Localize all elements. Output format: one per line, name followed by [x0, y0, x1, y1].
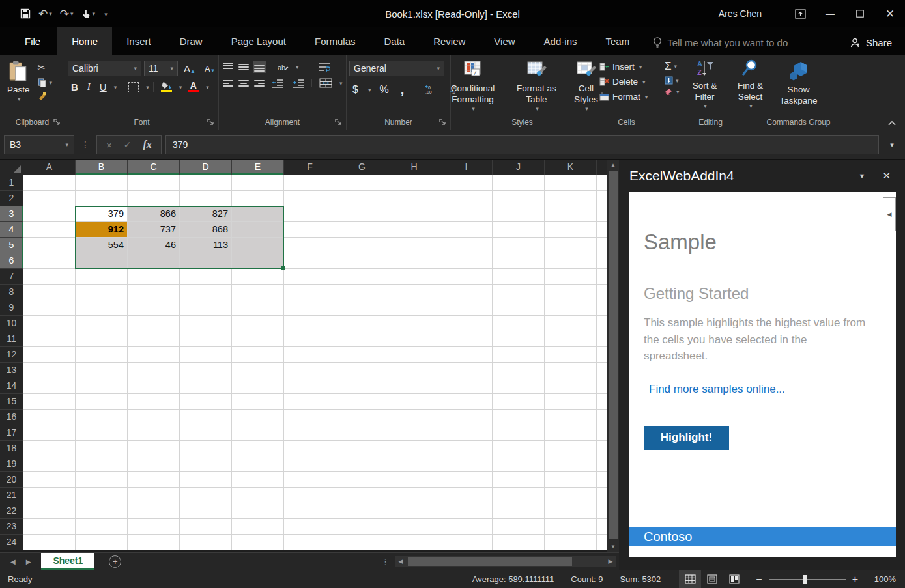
cell-E15[interactable]	[232, 394, 284, 410]
cell-E20[interactable]	[232, 472, 284, 488]
font-color-caret-icon[interactable]: ▾	[206, 84, 209, 91]
cell-C10[interactable]	[128, 316, 180, 331]
font-size-combo[interactable]: 11▾	[144, 61, 178, 76]
cell-D18[interactable]	[180, 441, 232, 456]
cell-E10[interactable]	[232, 316, 284, 331]
cell-C3[interactable]: 866	[128, 206, 180, 222]
touch-mode-caret-icon[interactable]: ▾	[93, 10, 96, 17]
cell-H16[interactable]	[388, 410, 440, 425]
column-header-E[interactable]: E	[232, 160, 284, 175]
cell-E3[interactable]	[232, 206, 284, 222]
cell-A18[interactable]	[23, 441, 76, 456]
cell-K8[interactable]	[545, 285, 597, 300]
cell-F23[interactable]	[284, 519, 336, 535]
middle-align-button[interactable]	[237, 61, 250, 73]
cell-B8[interactable]	[76, 285, 128, 300]
cell-B15[interactable]	[76, 394, 128, 410]
cell-K6[interactable]	[545, 253, 597, 269]
cell-I17[interactable]	[440, 425, 493, 441]
cell-F13[interactable]	[284, 363, 336, 378]
row-header-8[interactable]: 8	[0, 285, 23, 300]
cell-B19[interactable]	[76, 456, 128, 472]
column-header-F[interactable]: F	[284, 160, 336, 175]
zoom-slider-thumb[interactable]	[803, 575, 807, 584]
cell-B3[interactable]: 379	[76, 206, 128, 222]
cell-I13[interactable]	[440, 363, 493, 378]
column-header-G[interactable]: G	[336, 160, 388, 175]
ribbon-display-options-icon[interactable]	[785, 0, 815, 27]
cell-H3[interactable]	[388, 206, 440, 222]
cell-I11[interactable]	[440, 331, 493, 347]
scroll-up-icon[interactable]: ▲	[607, 160, 619, 171]
cell-F3[interactable]	[284, 206, 336, 222]
copy-button[interactable]: ▾	[36, 77, 55, 89]
cell-J3[interactable]	[493, 206, 545, 222]
undo-button[interactable]: ↶▾	[35, 5, 55, 23]
cell-F16[interactable]	[284, 410, 336, 425]
cell-E22[interactable]	[232, 503, 284, 519]
cell-H4[interactable]	[388, 222, 440, 238]
cell-H13[interactable]	[388, 363, 440, 378]
cell-C22[interactable]	[128, 503, 180, 519]
cell-A16[interactable]	[23, 410, 76, 425]
insert-function-icon[interactable]: fx	[143, 139, 152, 150]
cell-H11[interactable]	[388, 331, 440, 347]
cell-G9[interactable]	[336, 300, 388, 316]
percent-style-button[interactable]: %	[376, 83, 392, 97]
cell-J13[interactable]	[493, 363, 545, 378]
cell-K3[interactable]	[545, 206, 597, 222]
cell-H18[interactable]	[388, 441, 440, 456]
cell-K11[interactable]	[545, 331, 597, 347]
cell-G12[interactable]	[336, 347, 388, 363]
scroll-down-icon[interactable]: ▼	[607, 541, 619, 552]
cell-K24[interactable]	[545, 535, 597, 550]
cell-H24[interactable]	[388, 535, 440, 550]
cell-I22[interactable]	[440, 503, 493, 519]
cell-H17[interactable]	[388, 425, 440, 441]
row-header-19[interactable]: 19	[0, 456, 23, 472]
cell-A10[interactable]	[23, 316, 76, 331]
cell-K17[interactable]	[545, 425, 597, 441]
cell-J6[interactable]	[493, 253, 545, 269]
cell-J18[interactable]	[493, 441, 545, 456]
customize-qat-icon[interactable]: ▾	[100, 9, 112, 19]
cell-C16[interactable]	[128, 410, 180, 425]
redo-caret-icon[interactable]: ▾	[70, 10, 74, 17]
cell-G23[interactable]	[336, 519, 388, 535]
cell-A14[interactable]	[23, 378, 76, 394]
column-header-A[interactable]: A	[23, 160, 76, 175]
cell-J8[interactable]	[493, 285, 545, 300]
cell-C8[interactable]	[128, 285, 180, 300]
cell-A2[interactable]	[23, 191, 76, 206]
cell-B10[interactable]	[76, 316, 128, 331]
bold-button[interactable]: B	[68, 80, 81, 94]
row-header-6[interactable]: 6	[0, 253, 23, 269]
cell-J22[interactable]	[493, 503, 545, 519]
find-samples-link[interactable]: Find more samples online...	[649, 383, 785, 396]
format-as-table-button[interactable]: Format as Table ▾	[509, 58, 565, 115]
cell-K20[interactable]	[545, 472, 597, 488]
cell-D14[interactable]	[180, 378, 232, 394]
cell-F4[interactable]	[284, 222, 336, 238]
cell-D8[interactable]	[180, 285, 232, 300]
cell-D2[interactable]	[180, 191, 232, 206]
column-header-I[interactable]: I	[440, 160, 493, 175]
status-count[interactable]: Count: 9	[571, 574, 603, 584]
cell-G6[interactable]	[336, 253, 388, 269]
cell-D21[interactable]	[180, 488, 232, 503]
sort-filter-button[interactable]: AZ Sort & Filter ▾	[682, 58, 728, 113]
cell-F22[interactable]	[284, 503, 336, 519]
row-header-22[interactable]: 22	[0, 503, 23, 519]
cell-K23[interactable]	[545, 519, 597, 535]
cell-G3[interactable]	[336, 206, 388, 222]
cell-E21[interactable]	[232, 488, 284, 503]
bottom-align-button[interactable]	[253, 61, 266, 73]
cell-E2[interactable]	[232, 191, 284, 206]
tab-file[interactable]: File	[8, 27, 57, 55]
font-color-button[interactable]: A	[184, 80, 202, 94]
paste-button[interactable]: Paste ▾	[3, 58, 35, 105]
cell-C11[interactable]	[128, 331, 180, 347]
cell-D3[interactable]: 827	[180, 206, 232, 222]
page-layout-view-icon[interactable]	[701, 570, 723, 588]
vertical-scrollbar[interactable]: ▲ ▼	[607, 160, 619, 552]
